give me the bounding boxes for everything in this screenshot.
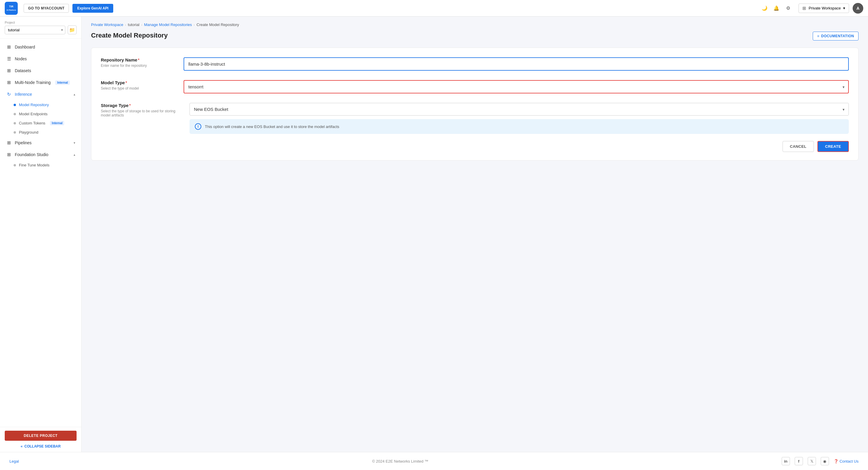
sidebar: Project tutorial 📁 ⊞ Dashboard ☰ Nodes <box>0 17 82 452</box>
workspace-label: Private Workspace <box>809 6 841 10</box>
sidebar-item-model-endpoints[interactable]: Model Endpoints <box>0 109 81 119</box>
breadcrumb-private-workspace[interactable]: Private Workspace <box>91 23 123 27</box>
breadcrumb-create-repo: Create Model Repository <box>196 23 239 27</box>
sidebar-item-label: Dashboard <box>15 44 35 50</box>
active-dot <box>13 104 16 106</box>
model-type-select-wrapper: tensorrt pytorch onnx <box>184 80 849 93</box>
sidebar-item-label: Inference <box>15 92 32 97</box>
collapse-label: COLLAPSE SIDEBAR <box>25 444 61 448</box>
new-project-button[interactable]: 📁 <box>68 25 76 34</box>
sidebar-item-label: Pipelines <box>15 140 32 145</box>
sidebar-item-dashboard[interactable]: ⊞ Dashboard <box>0 41 81 53</box>
required-star: * <box>129 103 131 107</box>
storage-type-label: Storage Type * <box>101 103 178 108</box>
question-icon: ❓ <box>834 459 838 464</box>
settings-icon[interactable]: ⚙ <box>785 5 792 11</box>
bell-icon[interactable]: 🔔 <box>773 5 780 11</box>
rss-icon[interactable]: ◉ <box>821 457 829 465</box>
linkedin-icon[interactable]: in <box>782 457 790 465</box>
workspace-icon: ⊞ <box>802 6 806 11</box>
inactive-dot <box>13 164 16 166</box>
sidebar-item-inference[interactable]: ↻ Inference ▴ <box>0 88 81 100</box>
sub-item-label: Model Endpoints <box>19 112 48 116</box>
sidebar-item-label: Datasets <box>15 68 31 73</box>
sidebar-item-model-repository[interactable]: Model Repository <box>0 100 81 109</box>
model-type-field-col: tensorrt pytorch onnx <box>184 80 849 93</box>
page-header-row: Create Model Repository ≡ DOCUMENTATION <box>91 32 859 40</box>
create-button[interactable]: CREATE <box>817 141 849 152</box>
model-type-select[interactable]: tensorrt pytorch onnx <box>184 80 849 93</box>
contact-link[interactable]: ❓ Contact Us <box>834 459 859 464</box>
sidebar-item-label: Multi-Node Training <box>15 80 51 85</box>
foundation-icon: ⊞ <box>6 152 12 158</box>
documentation-button[interactable]: ≡ DOCUMENTATION <box>813 32 859 40</box>
folder-plus-icon: 📁 <box>69 27 75 33</box>
nodes-icon: ☰ <box>6 56 12 62</box>
footer: Legal © 2024 E2E Networks Limited ™ in f… <box>0 452 868 470</box>
storage-type-label-col: Storage Type * Select the type of storag… <box>101 103 178 117</box>
svg-text:AI Platform: AI Platform <box>6 9 16 11</box>
project-select[interactable]: tutorial <box>5 26 65 34</box>
sidebar-item-playground[interactable]: Playground <box>0 128 81 137</box>
storage-type-hint: Select the type of storage to be used fo… <box>101 109 178 117</box>
storage-type-select-wrapper: New EOS Bucket Existing Bucket <box>189 103 849 116</box>
sub-item-label: Fine Tune Models <box>19 163 50 167</box>
chevron-down-icon: ▾ <box>73 141 75 145</box>
sidebar-item-multi-node[interactable]: ⊞ Multi-Node Training Internal <box>0 76 81 88</box>
sub-item-label: Model Repository <box>19 102 49 107</box>
sidebar-item-label: Nodes <box>15 57 27 61</box>
inactive-dot <box>13 113 16 115</box>
collapse-icon: « <box>21 444 23 448</box>
multi-node-icon: ⊞ <box>6 80 12 86</box>
internal-badge: Internal <box>50 121 64 125</box>
repo-name-hint: Enter name for the repository <box>101 64 172 68</box>
logo-icon: TIR AI Platform <box>5 2 18 15</box>
sidebar-item-foundation-studio[interactable]: ⊞ Foundation Studio ▴ <box>0 149 81 160</box>
repo-name-row: Repository Name * Enter name for the rep… <box>101 57 849 71</box>
chevron-up-icon: ▴ <box>73 93 75 96</box>
twitter-icon[interactable]: 𝕏 <box>808 457 816 465</box>
required-star: * <box>125 81 127 85</box>
delete-project-button[interactable]: DELETE PROJECT <box>5 431 76 441</box>
repo-name-input[interactable] <box>184 57 849 71</box>
moon-icon[interactable]: 🌙 <box>761 5 768 11</box>
cancel-button[interactable]: CANCEL <box>782 141 814 152</box>
sidebar-nav: ⊞ Dashboard ☰ Nodes ⊞ Datasets ⊞ Multi-N… <box>0 39 81 427</box>
header-icons: 🌙 🔔 ⚙ <box>761 5 792 11</box>
sidebar-item-datasets[interactable]: ⊞ Datasets <box>0 65 81 76</box>
main-layout: Project tutorial 📁 ⊞ Dashboard ☰ Nodes <box>0 17 868 452</box>
repo-name-label: Repository Name * <box>101 57 172 62</box>
main-content: Private Workspace › tutorial › Manage Mo… <box>82 17 868 452</box>
storage-type-field-col: New EOS Bucket Existing Bucket i This op… <box>189 103 849 134</box>
sidebar-item-label: Foundation Studio <box>15 152 49 157</box>
sub-item-label: Custom Tokens <box>19 121 45 125</box>
form-actions: CANCEL CREATE <box>101 141 849 152</box>
form-card: Repository Name * Enter name for the rep… <box>91 48 859 160</box>
avatar[interactable]: A <box>852 3 863 13</box>
logo: TIR AI Platform <box>5 2 18 15</box>
inactive-dot <box>13 122 16 124</box>
storage-type-select[interactable]: New EOS Bucket Existing Bucket <box>189 103 849 116</box>
sidebar-item-custom-tokens[interactable]: Custom Tokens Internal <box>0 119 81 128</box>
pipelines-icon: ⊞ <box>6 140 12 146</box>
svg-text:TIR: TIR <box>9 5 13 8</box>
facebook-icon[interactable]: f <box>795 457 803 465</box>
project-select-row: tutorial 📁 <box>5 25 76 34</box>
project-select-wrapper: tutorial <box>5 26 65 34</box>
inactive-dot <box>13 131 16 134</box>
info-banner: i This option will create a new EOS Buck… <box>189 119 849 134</box>
breadcrumb-manage-repos[interactable]: Manage Model Repositories <box>144 23 192 27</box>
sidebar-item-pipelines[interactable]: ⊞ Pipelines ▾ <box>0 137 81 149</box>
go-myaccount-button[interactable]: GO TO MYACCOUNT <box>24 4 69 13</box>
collapse-sidebar-button[interactable]: « COLLAPSE SIDEBAR <box>5 444 76 448</box>
sub-item-label: Playground <box>19 130 38 134</box>
doc-icon: ≡ <box>817 34 819 38</box>
copyright: © 2024 E2E Networks Limited ™ <box>372 459 428 464</box>
workspace-button[interactable]: ⊞ Private Workspace ▾ <box>799 4 849 13</box>
sidebar-item-fine-tune[interactable]: Fine Tune Models <box>0 160 81 170</box>
sidebar-item-nodes[interactable]: ☰ Nodes <box>0 53 81 65</box>
dashboard-icon: ⊞ <box>6 44 12 50</box>
explore-genai-button[interactable]: Explore GenAI API <box>72 4 113 13</box>
legal-link[interactable]: Legal <box>9 459 19 464</box>
internal-badge: Internal <box>55 81 69 85</box>
